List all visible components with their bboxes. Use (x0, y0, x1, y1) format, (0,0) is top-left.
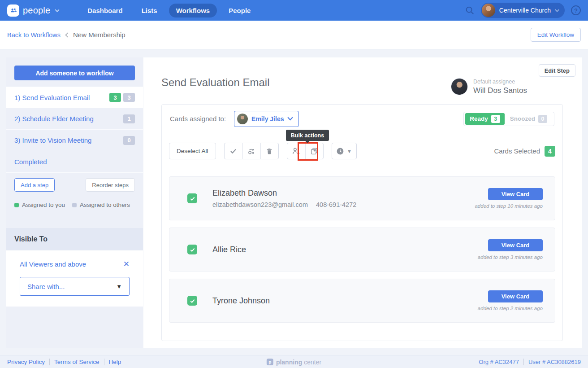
card-info: Elizabeth Dawson elizabethdawson223@gmai… (212, 188, 356, 208)
assigned-to-you-badge: 3 (109, 93, 121, 102)
step-badges: 1 (123, 114, 135, 123)
ready-snoozed-toggle: Ready 3 Snoozed 0 (463, 112, 554, 126)
nav-tab-workflows[interactable]: Workflows (169, 4, 217, 18)
product-name: people (23, 5, 50, 16)
visible-to-header: Visible To (6, 228, 143, 250)
assigned-to-others-badge: 3 (123, 93, 135, 102)
step-label: 3) Invite to Vision Meeting (14, 136, 91, 144)
default-assignee-name: Will Dos Santos (473, 86, 527, 95)
step-actions-row: Add a step Reorder steps (6, 173, 143, 196)
trash-icon (266, 147, 273, 155)
legend-label: Assigned to you (22, 202, 65, 208)
help-link[interactable]: Help (104, 359, 126, 365)
nav-tab-people[interactable]: People (221, 4, 258, 18)
green-dot-icon (14, 203, 19, 207)
card-list: Elizabeth Dawson elizabethdawson223@gmai… (162, 169, 562, 330)
view-card-button[interactable]: View Card (488, 290, 543, 302)
assign-person-icon (292, 147, 300, 155)
card-action-group (224, 143, 279, 159)
privacy-policy-link[interactable]: Privacy Policy (7, 359, 49, 365)
ready-toggle[interactable]: Ready 3 (465, 113, 505, 125)
visible-to-value: All Viewers and above (20, 260, 86, 268)
check-icon (190, 196, 195, 202)
sidebar-step-3[interactable]: 3) Invite to Vision Meeting 0 (6, 130, 143, 151)
caret-down-icon: ▼ (347, 149, 352, 154)
delete-button[interactable] (260, 143, 278, 159)
footer-ids: Org # AC32477 User # AC30882619 (474, 359, 581, 365)
sidebar-step-completed[interactable]: Completed (6, 151, 143, 173)
ready-count-badge: 3 (491, 115, 500, 123)
added-to-step-timestamp: added to step 3 minutes ago (478, 254, 543, 260)
org-switcher[interactable]: Centerville Church (481, 3, 565, 18)
complete-check-button[interactable] (225, 143, 242, 159)
card-checkbox[interactable] (187, 245, 197, 254)
schedule-group: ▼ (332, 143, 357, 159)
sidebar-step-2[interactable]: 2) Schedule Elder Meeting 1 (6, 108, 143, 130)
clock-dropdown-button[interactable]: ▼ (332, 143, 356, 159)
brand-word-2: center (304, 359, 321, 366)
top-nav: people Dashboard Lists Workflows People … (0, 0, 588, 21)
sidebar-step-1[interactable]: 1) Send Evaluation Email 3 3 (6, 87, 143, 108)
chevron-down-icon (287, 117, 293, 121)
bulk-toolbar: Bulk actions Deselect All (162, 133, 562, 169)
added-to-step-timestamp: added to step 2 minutes ago (478, 306, 543, 311)
card-checkbox[interactable] (187, 296, 197, 306)
edit-step-button[interactable]: Edit Step (539, 64, 575, 77)
assigned-to-others-badge: 1 (123, 114, 135, 123)
people-logo-icon (7, 4, 19, 17)
ready-label: Ready (470, 115, 488, 122)
step-badges: 0 (123, 136, 135, 145)
nav-tab-lists[interactable]: Lists (134, 4, 164, 18)
back-to-workflows-link[interactable]: Back to Workflows (7, 31, 61, 39)
add-someone-to-workflow-button[interactable]: Add someone to workflow (14, 66, 135, 80)
planning-center-logo: p planning center (267, 359, 321, 366)
card-checkbox[interactable] (187, 193, 197, 203)
search-icon[interactable] (465, 5, 475, 15)
chevron-down-icon (555, 9, 559, 12)
step-label: Completed (14, 158, 47, 166)
card-row: Allie Rice View Card added to step 3 min… (169, 228, 555, 272)
card-row: Elizabeth Dawson elizabethdawson223@gmai… (169, 176, 555, 220)
close-icon[interactable]: ✕ (123, 260, 130, 268)
people-app-logo[interactable]: people (7, 4, 60, 17)
workflow-sidebar: Add someone to workflow 1) Send Evaluati… (6, 57, 143, 348)
cards-selected-count: 4 (545, 146, 555, 157)
nav-tab-dashboard[interactable]: Dashboard (80, 4, 130, 18)
snoozed-toggle[interactable]: Snoozed 0 (505, 115, 553, 123)
bulk-actions-button[interactable] (305, 143, 323, 159)
legend-label: Assigned to others (80, 202, 130, 208)
person-phone: 408-691-4272 (316, 201, 356, 208)
add-a-step-button[interactable]: Add a step (14, 178, 55, 192)
chevron-down-icon (55, 9, 60, 12)
reorder-steps-button[interactable]: Reorder steps (86, 178, 135, 192)
share-with-placeholder: Share with... (27, 283, 65, 290)
step-title: Send Evaluation Email (161, 76, 269, 89)
view-card-button[interactable]: View Card (488, 188, 543, 200)
gray-dot-icon (72, 203, 77, 207)
cards-panel: Cards assigned to: Emily Jiles Ready 3 S… (161, 104, 563, 341)
card-actions: View Card added to step 3 minutes ago (478, 239, 543, 260)
step-detail-panel: Send Evaluation Email Edit Step Default … (143, 57, 582, 348)
person-name: Allie Rice (212, 245, 246, 254)
snooze-icon (247, 147, 255, 155)
edit-workflow-button[interactable]: Edit Workflow (531, 28, 581, 42)
visible-to-body: All Viewers and above ✕ Share with... ▼ (6, 250, 143, 307)
card-row: Tyrone Johnson View Card added to step 2… (169, 279, 555, 323)
snooze-button[interactable] (242, 143, 260, 159)
org-name: Centerville Church (499, 7, 551, 14)
terms-of-service-link[interactable]: Terms of Service (49, 359, 104, 365)
deselect-all-button[interactable]: Deselect All (169, 143, 216, 159)
assign-person-button[interactable] (287, 143, 305, 159)
org-id: Org # AC32477 (474, 359, 523, 365)
org-avatar (482, 4, 495, 17)
card-assignee-dropdown[interactable]: Emily Jiles (234, 111, 299, 127)
caret-down-icon: ▼ (116, 283, 122, 290)
cards-selected-label: Cards Selected (494, 147, 540, 155)
share-with-select[interactable]: Share with... ▼ (20, 277, 130, 296)
brand-word-1: planning (276, 359, 302, 366)
assigned-to-others-badge: 0 (123, 136, 135, 145)
help-icon[interactable]: ? (571, 5, 581, 15)
snoozed-label: Snoozed (510, 115, 535, 122)
view-card-button[interactable]: View Card (488, 239, 543, 251)
person-contact: elizabethdawson223@gmail.com 408-691-427… (212, 201, 356, 208)
